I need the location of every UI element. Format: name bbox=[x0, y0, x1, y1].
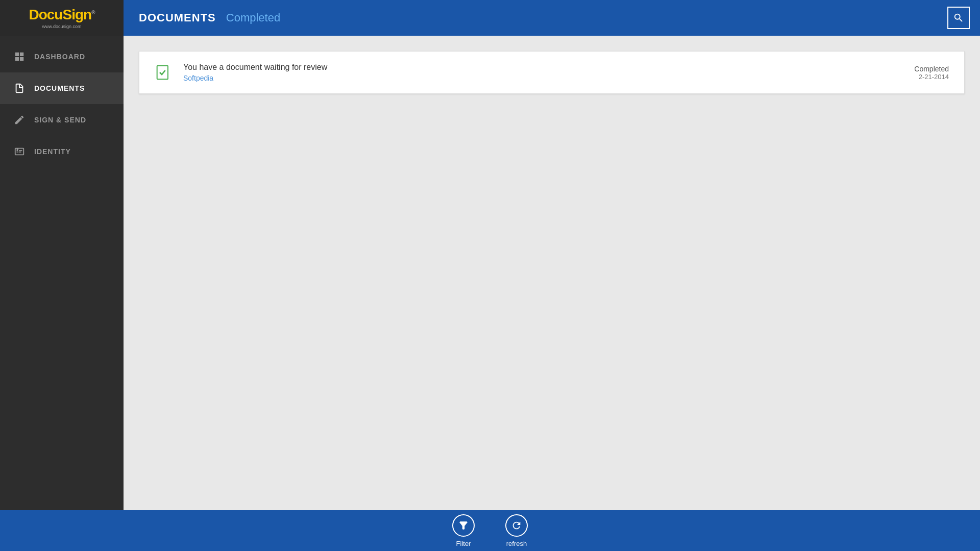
logo-text: DocuSign® bbox=[29, 7, 94, 23]
grid-icon bbox=[13, 50, 26, 63]
refresh-icon bbox=[511, 520, 522, 531]
main-layout: DASHBOARD DOCUMENTS SIGN & SEND bbox=[0, 36, 980, 510]
filter-icon bbox=[458, 520, 469, 531]
id-icon bbox=[13, 145, 26, 158]
document-info: You have a document waiting for review S… bbox=[183, 63, 904, 82]
filter-icon-circle bbox=[452, 514, 475, 537]
document-sender[interactable]: Softpedia bbox=[183, 74, 904, 82]
sidebar-sign-send-label: SIGN & SEND bbox=[34, 116, 86, 124]
logo-area: DocuSign® www.docusign.com bbox=[0, 0, 124, 36]
header-title: DOCUMENTS bbox=[139, 11, 216, 24]
search-button[interactable] bbox=[947, 7, 970, 29]
sidebar: DASHBOARD DOCUMENTS SIGN & SEND bbox=[0, 36, 124, 510]
sidebar-item-sign-send[interactable]: SIGN & SEND bbox=[0, 104, 124, 136]
header-subtitle: Completed bbox=[226, 11, 280, 24]
svg-rect-0 bbox=[157, 66, 168, 80]
filter-button[interactable]: Filter bbox=[452, 514, 475, 547]
logo: DocuSign® www.docusign.com bbox=[29, 7, 94, 29]
search-icon bbox=[953, 12, 964, 23]
logo-sign: Sign bbox=[62, 7, 91, 22]
sidebar-item-documents[interactable]: DOCUMENTS bbox=[0, 72, 124, 104]
document-date: 2-21-2014 bbox=[914, 73, 949, 81]
refresh-icon-circle bbox=[505, 514, 528, 537]
sidebar-documents-label: DOCUMENTS bbox=[34, 84, 85, 92]
pen-icon bbox=[13, 113, 26, 127]
sidebar-item-identity[interactable]: IDENTITY bbox=[0, 136, 124, 167]
refresh-button[interactable]: refresh bbox=[505, 514, 528, 547]
filter-label: Filter bbox=[456, 540, 471, 547]
document-card[interactable]: You have a document waiting for review S… bbox=[139, 51, 965, 94]
header-nav: DOCUMENTS Completed bbox=[124, 0, 980, 36]
app-header: DocuSign® www.docusign.com DOCUMENTS Com… bbox=[0, 0, 980, 36]
sidebar-dashboard-label: DASHBOARD bbox=[34, 53, 85, 61]
document-check-icon bbox=[155, 63, 173, 82]
document-title: You have a document waiting for review bbox=[183, 63, 904, 72]
logo-docu: Docu bbox=[29, 7, 62, 22]
footer: Filter refresh bbox=[0, 510, 980, 551]
refresh-label: refresh bbox=[506, 540, 527, 547]
document-status: Completed 2-21-2014 bbox=[914, 65, 949, 81]
logo-subtitle: www.docusign.com bbox=[29, 24, 94, 29]
document-icon bbox=[13, 82, 26, 95]
sidebar-identity-label: IDENTITY bbox=[34, 147, 71, 156]
content-area: You have a document waiting for review S… bbox=[124, 36, 980, 510]
document-status-label: Completed bbox=[914, 65, 949, 73]
sidebar-item-dashboard[interactable]: DASHBOARD bbox=[0, 41, 124, 72]
